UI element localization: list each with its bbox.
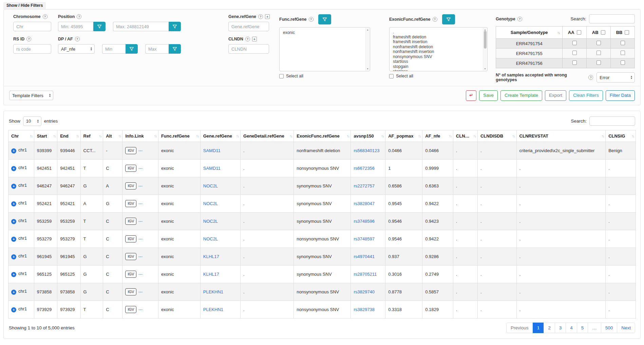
column-header-start[interactable]: Start↑↓ — [34, 130, 57, 142]
scroll-up-icon[interactable]: ▲ — [366, 29, 369, 31]
rsid-link[interactable]: rs568340123 — [354, 148, 379, 153]
dpaf-max-input[interactable] — [145, 44, 169, 54]
genotype-col-aa[interactable]: AA — [563, 26, 587, 39]
rsid-input[interactable] — [13, 44, 51, 54]
column-header-gene-refgene[interactable]: Gene.refGene↑↓ — [200, 130, 240, 142]
listbox-option[interactable]: exonic — [280, 30, 364, 35]
dpaf-min-filter-button[interactable] — [126, 44, 138, 54]
listbox-option[interactable]: . — [390, 30, 481, 35]
column-header-avsnp150[interactable]: avsnp150↑↓ — [351, 130, 385, 142]
exonicfunc-select-all-checkbox[interactable] — [389, 74, 394, 78]
listbox-option[interactable]: startloss — [390, 59, 481, 64]
rsid-link[interactable]: rs3748597 — [354, 236, 374, 241]
expand-row-icon[interactable]: + — [11, 290, 16, 295]
expand-row-icon[interactable]: + — [11, 166, 16, 171]
rsid-link[interactable]: rs3748596 — [354, 219, 374, 224]
listbox-option[interactable]: nonsynonymous SNV — [390, 54, 481, 59]
add-gene-field-icon[interactable]: + — [265, 14, 270, 19]
expand-row-icon[interactable]: + — [11, 254, 16, 259]
gene-link[interactable]: SAMD11 — [203, 166, 221, 171]
help-icon[interactable]: ? — [245, 37, 250, 41]
gene-link[interactable]: SAMD11 — [203, 148, 221, 153]
rsid-link[interactable]: rs3829740 — [354, 289, 374, 294]
column-header-clndisdb[interactable]: CLNDISDB↑↓ — [477, 130, 516, 142]
column-header-func-refgene[interactable]: Func.refGene↑↓ — [158, 130, 200, 142]
add-clndn-field-icon[interactable]: + — [252, 37, 257, 41]
gene-refgene-input[interactable] — [228, 22, 269, 31]
page-size-select[interactable]: 10 — [23, 116, 41, 126]
chromosome-input[interactable] — [13, 22, 51, 31]
help-icon[interactable]: ? — [588, 75, 593, 80]
show-hide-filters-toggle[interactable]: Show / Hide Filters — [3, 2, 46, 9]
listbox-option[interactable]: frameshift deletion — [390, 35, 481, 40]
column-header-exonicfunc-refgene[interactable]: ExonicFunc.refGene↑↓ — [294, 130, 351, 142]
expand-row-icon[interactable]: + — [11, 184, 16, 189]
func-refgene-filter-button[interactable] — [318, 14, 331, 24]
help-icon[interactable]: ? — [77, 14, 81, 19]
filter-data-button[interactable]: Filter Data — [606, 90, 635, 101]
listbox-option[interactable]: nonframeshift deletion — [390, 44, 481, 50]
igv-button[interactable]: IGV — [125, 306, 136, 313]
scrollbar[interactable]: ▲▼ — [365, 28, 370, 71]
expand-row-icon[interactable]: + — [11, 219, 16, 224]
func-select-all-checkbox[interactable] — [279, 74, 284, 78]
rsid-link[interactable]: rs4970441 — [354, 254, 374, 259]
help-icon[interactable]: ? — [43, 14, 48, 19]
scroll-up-icon[interactable]: ▲ — [484, 29, 486, 31]
igv-button[interactable]: IGV — [125, 271, 136, 278]
igv-button[interactable]: IGV — [125, 147, 136, 154]
gene-link[interactable]: PLEKHN1 — [203, 289, 223, 294]
template-filters-select[interactable]: Template Filters — [9, 91, 53, 100]
clndn-input[interactable] — [228, 44, 269, 54]
return-button[interactable]: ↵ — [466, 90, 476, 101]
column-header-genedetail-refgene[interactable]: GeneDetail.refGene↑↓ — [241, 130, 294, 142]
scroll-down-icon[interactable]: ▼ — [366, 68, 369, 70]
help-icon[interactable]: ? — [258, 14, 263, 19]
dpaf-max-filter-button[interactable] — [169, 44, 181, 54]
column-header-end[interactable]: End↑↓ — [57, 130, 80, 142]
dpaf-min-input[interactable] — [102, 44, 126, 54]
expand-row-icon[interactable]: + — [11, 272, 16, 277]
genotype-ab-checkbox[interactable] — [596, 51, 601, 55]
expand-row-icon[interactable]: + — [11, 237, 16, 242]
igv-button[interactable]: IGV — [125, 218, 136, 225]
position-min-filter-button[interactable] — [93, 22, 106, 31]
rsid-link[interactable]: rs2272757 — [354, 183, 374, 188]
gene-link[interactable]: KLHL17 — [203, 254, 219, 259]
help-icon[interactable]: ? — [517, 17, 522, 21]
column-header-alt[interactable]: Alt↑↓ — [103, 130, 122, 142]
listbox-option[interactable]: frameshift insertion — [390, 39, 481, 44]
func-refgene-listbox[interactable]: exonic ▲▼ — [279, 27, 370, 71]
pagination-page-button[interactable]: 4 — [566, 323, 577, 333]
genotype-aa-selectall-checkbox[interactable] — [577, 30, 581, 35]
genotype-col-sample[interactable]: Sample/Genotype ↑↓ — [496, 26, 563, 39]
create-template-button[interactable]: Create Template — [500, 90, 542, 101]
table-search-input[interactable] — [589, 116, 635, 126]
column-header-chr[interactable]: Chr↑↓ — [8, 130, 34, 142]
genotype-bb-selectall-checkbox[interactable] — [625, 30, 629, 35]
help-icon[interactable]: ? — [75, 37, 80, 41]
gene-link[interactable]: NOC2L — [203, 236, 218, 241]
rsid-link[interactable]: rs3829738 — [354, 307, 374, 312]
igv-button[interactable]: IGV — [125, 182, 136, 189]
expand-row-icon[interactable]: + — [11, 307, 16, 312]
listbox-option[interactable]: stoploss — [390, 69, 481, 71]
clean-filters-button[interactable]: Clean Filters — [569, 90, 603, 101]
pagination-next-button[interactable]: Next — [617, 323, 635, 333]
export-button[interactable]: Export — [545, 90, 566, 101]
column-header-info-link[interactable]: Info.Link↑↓ — [122, 130, 158, 142]
column-header-clndn[interactable]: CLNDN↑↓ — [453, 130, 477, 142]
scroll-down-icon[interactable]: ▼ — [484, 68, 486, 70]
scroll-thumb[interactable] — [484, 31, 487, 49]
scrollbar[interactable]: ▲▼ — [483, 28, 487, 71]
dpaf-field-select[interactable]: AF_nfe — [58, 44, 95, 54]
genotype-aa-checkbox[interactable] — [572, 51, 577, 55]
pagination-previous-button[interactable]: Previous — [506, 323, 533, 333]
genotype-bb-checkbox[interactable] — [621, 60, 625, 65]
pagination-page-button[interactable]: 1 — [533, 323, 544, 333]
igv-button[interactable]: IGV — [125, 165, 136, 172]
gene-link[interactable]: PLEKHN1 — [203, 307, 223, 312]
genotype-ab-checkbox[interactable] — [596, 41, 601, 45]
position-max-filter-button[interactable] — [169, 22, 181, 31]
genotype-bb-checkbox[interactable] — [621, 41, 625, 45]
